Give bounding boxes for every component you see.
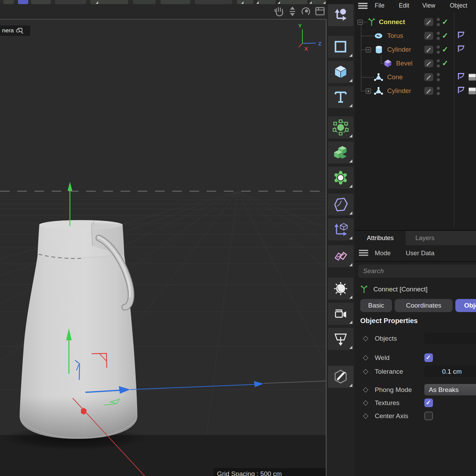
toolbar-button[interactable] <box>31 0 51 4</box>
object-name[interactable]: Cylinder <box>387 46 411 53</box>
prop-diamond-icon[interactable] <box>363 369 369 374</box>
objects-field[interactable] <box>424 333 476 344</box>
prop-diamond-icon[interactable] <box>363 413 369 419</box>
toolbar-button[interactable] <box>55 0 86 4</box>
prop-row-phong-mode: Phong Mode As Breaks <box>355 384 476 396</box>
toolbar-button[interactable] <box>133 0 156 4</box>
toolbar-button-active[interactable] <box>18 0 28 4</box>
camera-settings-icon[interactable] <box>16 28 23 34</box>
object-name[interactable]: Connect <box>379 18 405 26</box>
simulation-button[interactable] <box>328 167 353 189</box>
spline-rectangle-tool-button[interactable] <box>328 36 353 58</box>
main-toolbar-strip[interactable] <box>0 0 327 4</box>
tolerance-field[interactable]: 0.1 cm <box>424 366 476 377</box>
edit-enable-toggle[interactable] <box>424 87 433 95</box>
phong-mode-dropdown[interactable]: As Breaks <box>424 384 476 395</box>
edit-enable-toggle[interactable] <box>424 18 433 26</box>
edit-enable-toggle[interactable] <box>424 32 433 40</box>
enabled-check-icon[interactable]: ✓ <box>442 31 448 40</box>
bevel-deformer-icon <box>384 59 392 68</box>
tab-layers[interactable]: Layers <box>406 231 476 245</box>
toolbar-button[interactable] <box>258 0 276 4</box>
user-data-menu[interactable]: User Data <box>406 249 434 257</box>
object-name[interactable]: Cylinder <box>387 87 411 95</box>
object-name[interactable]: Torus <box>387 32 403 40</box>
camera-object-button[interactable] <box>328 303 353 325</box>
tab-attributes[interactable]: Attributes <box>355 231 406 245</box>
center-axis-checkbox[interactable] <box>424 412 433 420</box>
phong-tag-icon[interactable] <box>457 86 465 96</box>
stage-object-button[interactable] <box>328 328 353 350</box>
edit-enable-toggle[interactable] <box>424 73 433 81</box>
phong-tag-icon[interactable] <box>457 45 465 55</box>
object-row-cylinder2[interactable]: + Cylinder ✓ <box>355 84 476 98</box>
toolbar-button[interactable] <box>195 0 232 4</box>
menu-edit[interactable]: Edit <box>399 2 409 9</box>
tab-coordinates[interactable]: Coordinates <box>395 299 453 312</box>
edit-enable-toggle[interactable] <box>424 46 433 54</box>
expand-toggle[interactable]: + <box>366 89 371 94</box>
expand-toggle[interactable]: − <box>358 20 363 25</box>
3d-viewport[interactable]: Y Z X nera Grid Spacing : 500 cm <box>0 4 327 476</box>
visibility-dots[interactable] <box>437 73 440 81</box>
volume-generator-button[interactable] <box>328 142 353 164</box>
panel-menu-icon[interactable] <box>358 2 369 10</box>
object-row-cylinder[interactable]: − Cylinder ✓ <box>355 43 476 56</box>
volume-cubes-icon <box>333 145 349 161</box>
camera-menu-label: nera <box>2 27 14 34</box>
visibility-dots[interactable] <box>437 32 440 40</box>
search-input[interactable]: Search <box>358 265 476 278</box>
menu-object[interactable]: Object <box>450 2 467 9</box>
visibility-dots[interactable] <box>437 45 440 54</box>
viewport-camera-menu[interactable]: nera <box>0 25 30 36</box>
menu-view[interactable]: View <box>422 2 435 9</box>
visibility-dots[interactable] <box>437 87 440 95</box>
mograph-cloner-button[interactable] <box>328 245 353 267</box>
section-title: Object Properties <box>360 317 418 325</box>
visibility-dots[interactable] <box>437 59 440 68</box>
object-row-connect[interactable]: − Connect ✓ <box>355 15 476 29</box>
deformer-button[interactable] <box>328 194 353 216</box>
light-object-button[interactable] <box>328 278 353 300</box>
object-name[interactable]: Cone <box>387 73 403 81</box>
workplane-button[interactable] <box>328 218 353 240</box>
transform-tool-button[interactable] <box>328 4 353 26</box>
prop-diamond-icon[interactable] <box>363 336 369 341</box>
edit-enable-toggle[interactable] <box>424 60 433 68</box>
phong-tag-icon[interactable] <box>457 31 465 41</box>
toolbar-button[interactable] <box>3 0 14 4</box>
enabled-check-icon[interactable]: ✓ <box>442 59 448 68</box>
object-row-bevel[interactable]: Bevel ✓ <box>355 56 476 70</box>
toolbar-button[interactable] <box>237 0 253 4</box>
text-tool-button[interactable] <box>328 86 353 108</box>
connect-object-icon <box>368 18 375 26</box>
sculpt-edit-button[interactable] <box>328 366 353 388</box>
prop-diamond-icon[interactable] <box>363 400 369 406</box>
tab-basic[interactable]: Basic <box>360 299 392 312</box>
menu-file[interactable]: File <box>375 2 384 9</box>
selection-tag-icon[interactable] <box>468 74 476 81</box>
selection-tag-icon[interactable] <box>468 87 476 95</box>
expand-toggle[interactable]: − <box>366 47 371 52</box>
subdivision-surface-button[interactable] <box>328 116 353 138</box>
toolbar-button[interactable] <box>161 0 190 4</box>
enabled-check-icon[interactable]: ✓ <box>442 18 448 27</box>
viewport-canvas[interactable]: Y Z X <box>0 4 327 476</box>
cylinder-object-icon <box>375 45 383 54</box>
object-name[interactable]: Bevel <box>396 60 413 67</box>
tab-object[interactable]: Object <box>455 299 476 312</box>
mode-menu-icon[interactable] <box>358 249 369 257</box>
toolbar-button[interactable] <box>280 0 307 4</box>
phong-tag-icon[interactable] <box>457 72 465 82</box>
prop-diamond-icon[interactable] <box>363 387 369 393</box>
mode-menu[interactable]: Mode <box>375 249 391 257</box>
primitive-cube-tool-button[interactable] <box>328 61 353 83</box>
prop-diamond-icon[interactable] <box>363 355 369 361</box>
object-manager-menubar: File Edit View Object <box>355 0 476 12</box>
weld-checkbox[interactable] <box>424 353 433 362</box>
enabled-check-icon[interactable]: ✓ <box>442 45 448 54</box>
textures-checkbox[interactable] <box>424 399 433 407</box>
visibility-dots[interactable] <box>437 18 440 26</box>
object-row-cone[interactable]: Cone ✓ <box>355 70 476 84</box>
object-row-torus[interactable]: Torus ✓ <box>355 29 476 43</box>
